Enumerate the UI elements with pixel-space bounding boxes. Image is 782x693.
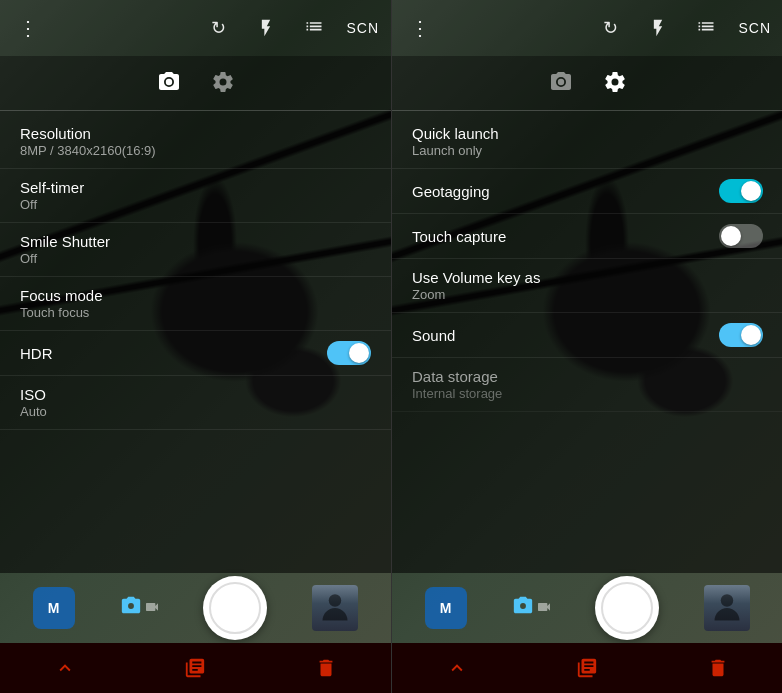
tab-gear-right[interactable] xyxy=(603,70,627,100)
svg-point-0 xyxy=(329,594,342,607)
hdr-label: HDR xyxy=(20,345,53,362)
trash-icon-right[interactable] xyxy=(693,643,743,693)
volume-key-value: Zoom xyxy=(412,287,540,302)
more-options-icon-right[interactable]: ⋮ xyxy=(404,12,436,44)
settings-item-self-timer[interactable]: Self-timer Off xyxy=(0,169,391,223)
top-bar-right-left-icons: ⋮ xyxy=(404,12,436,44)
smile-shutter-label: Smile Shutter xyxy=(20,233,110,250)
touch-capture-label: Touch capture xyxy=(412,228,506,245)
thumbnail-face-right xyxy=(704,585,750,631)
top-bar-right: ⋮ ↻ SCN xyxy=(392,0,782,56)
settings-item-smile-shutter[interactable]: Smile Shutter Off xyxy=(0,223,391,277)
settings-item-focus-mode[interactable]: Focus mode Touch focus xyxy=(0,277,391,331)
thumbnail-right[interactable] xyxy=(704,585,750,631)
camera-switch-left[interactable] xyxy=(120,589,158,627)
settings-panel-right: Quick launch Launch only Geotagging Touc… xyxy=(392,56,782,573)
settings-panel-left: Resolution 8MP / 3840x2160(16:9) Self-ti… xyxy=(0,56,391,573)
right-camera-panel: ⋮ ↻ SCN Quick launch Launch xyxy=(392,0,782,693)
focus-mode-value: Touch focus xyxy=(20,305,103,320)
left-camera-panel: ⋮ ↻ SCN Resolution 8MP / 38 xyxy=(0,0,391,693)
trash-icon-left[interactable] xyxy=(301,643,351,693)
sound-toggle[interactable] xyxy=(719,323,763,347)
gallery-icon-left[interactable] xyxy=(170,643,220,693)
iso-label: ISO xyxy=(20,386,47,403)
quick-launch-label: Quick launch xyxy=(412,125,499,142)
camera-icon-right xyxy=(512,595,534,622)
geotagging-toggle[interactable] xyxy=(719,179,763,203)
thumbnail-left[interactable] xyxy=(312,585,358,631)
tab-camera-left[interactable] xyxy=(157,70,181,100)
svg-point-1 xyxy=(721,594,734,607)
touch-capture-toggle[interactable] xyxy=(719,224,763,248)
camera-switch-right[interactable] xyxy=(512,589,550,627)
top-bar-right-center-icons: ↻ SCN xyxy=(594,12,771,44)
smile-shutter-value: Off xyxy=(20,251,110,266)
bottom-nav-left xyxy=(0,643,391,693)
settings-item-quick-launch[interactable]: Quick launch Launch only xyxy=(392,115,782,169)
hdr-toggle[interactable] xyxy=(327,341,371,365)
mode-button-left[interactable]: M xyxy=(33,587,75,629)
scn-label-right: SCN xyxy=(738,20,771,36)
gallery-icon-right[interactable] xyxy=(562,643,612,693)
shutter-button-left[interactable] xyxy=(203,576,267,640)
geotagging-label: Geotagging xyxy=(412,183,490,200)
settings-item-hdr[interactable]: HDR xyxy=(0,331,391,376)
mode-button-right[interactable]: M xyxy=(425,587,467,629)
scn-label-left: SCN xyxy=(346,20,379,36)
video-icon-right xyxy=(536,599,552,618)
tab-gear-left[interactable] xyxy=(211,70,235,100)
settings-item-data-storage[interactable]: Data storage Internal storage xyxy=(392,358,782,412)
settings-tabs-right xyxy=(392,56,782,111)
resolution-value: 8MP / 3840x2160(16:9) xyxy=(20,143,156,158)
quick-launch-value: Launch only xyxy=(412,143,499,158)
settings-item-geotagging[interactable]: Geotagging xyxy=(392,169,782,214)
camera-icon-left xyxy=(120,595,142,622)
top-bar-left: ⋮ ↻ SCN xyxy=(0,0,391,56)
sound-label: Sound xyxy=(412,327,455,344)
volume-key-label: Use Volume key as xyxy=(412,269,540,286)
shutter-button-right[interactable] xyxy=(595,576,659,640)
resolution-label: Resolution xyxy=(20,125,156,142)
shutter-inner-right xyxy=(601,582,653,634)
bottom-controls-left: M xyxy=(0,573,391,643)
bottom-controls-right: M xyxy=(392,573,782,643)
focus-mode-label: Focus mode xyxy=(20,287,103,304)
iso-value: Auto xyxy=(20,404,47,419)
chevron-up-icon-right[interactable] xyxy=(432,643,482,693)
more-options-icon[interactable]: ⋮ xyxy=(12,12,44,44)
video-icon-left xyxy=(144,599,160,618)
data-storage-label: Data storage xyxy=(412,368,502,385)
settings-item-iso[interactable]: ISO Auto xyxy=(0,376,391,430)
settings-item-resolution[interactable]: Resolution 8MP / 3840x2160(16:9) xyxy=(0,115,391,169)
self-timer-label: Self-timer xyxy=(20,179,84,196)
filter-icon[interactable] xyxy=(298,12,330,44)
settings-tabs-left xyxy=(0,56,391,111)
settings-item-sound[interactable]: Sound xyxy=(392,313,782,358)
camera-rotate-icon[interactable]: ↻ xyxy=(202,12,234,44)
top-bar-left-icons: ⋮ xyxy=(12,12,44,44)
self-timer-value: Off xyxy=(20,197,84,212)
data-storage-value: Internal storage xyxy=(412,386,502,401)
camera-rotate-icon-right[interactable]: ↻ xyxy=(594,12,626,44)
bottom-nav-right xyxy=(392,643,782,693)
thumbnail-face-left xyxy=(312,585,358,631)
settings-item-touch-capture[interactable]: Touch capture xyxy=(392,214,782,259)
flash-icon[interactable] xyxy=(250,12,282,44)
settings-item-volume-key[interactable]: Use Volume key as Zoom xyxy=(392,259,782,313)
flash-icon-right[interactable] xyxy=(642,12,674,44)
filter-icon-right[interactable] xyxy=(690,12,722,44)
top-bar-center-icons: ↻ SCN xyxy=(202,12,379,44)
tab-camera-right[interactable] xyxy=(549,70,573,100)
shutter-inner-left xyxy=(209,582,261,634)
chevron-up-icon-left[interactable] xyxy=(40,643,90,693)
